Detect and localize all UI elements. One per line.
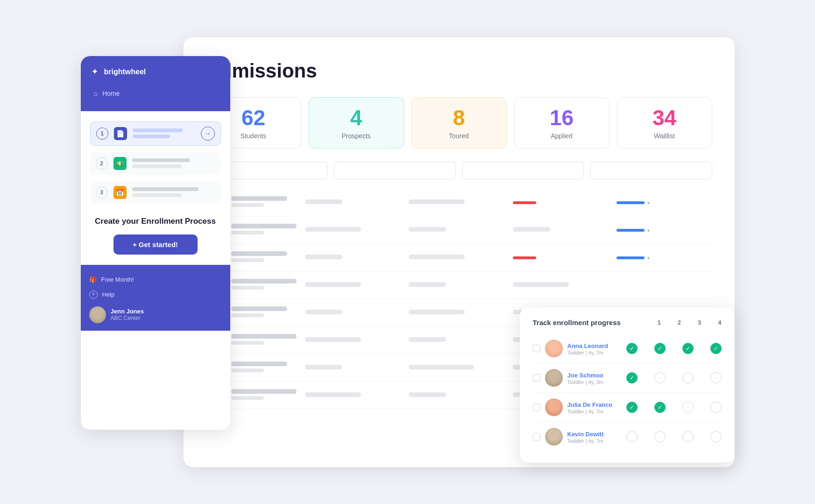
step-icon-1: 📄 xyxy=(114,127,127,140)
step-item-3[interactable]: 3 📅 xyxy=(90,181,221,204)
table-row[interactable]: ▾ xyxy=(206,245,712,271)
row-col-3 xyxy=(513,282,609,289)
student-name[interactable]: Joe Schmoo xyxy=(567,372,603,379)
stat-students-label: Students xyxy=(241,132,266,140)
row-col-2 xyxy=(409,310,504,317)
step-number-3: 3 xyxy=(96,186,108,199)
stat-cards: 62 Students 4 Prospects 8 Toured 16 Appl… xyxy=(206,97,712,149)
step-line xyxy=(133,135,170,138)
step-arrow-icon[interactable]: → xyxy=(201,127,215,141)
student-checks: ✓ ✓ ✓ ✓ xyxy=(626,343,722,354)
user-name: Jenn Jones xyxy=(111,308,144,315)
row-name xyxy=(231,251,297,264)
sidebar-top: ✦ brightwheel ⌂ Home xyxy=(81,56,230,111)
row-col-2 xyxy=(409,392,504,399)
step-line xyxy=(132,193,182,197)
student-name[interactable]: Julia De Franco xyxy=(567,401,613,408)
filter-input-3[interactable] xyxy=(462,162,584,179)
stat-card-applied[interactable]: 16 Applied xyxy=(514,97,609,149)
get-started-button[interactable]: + Get started! xyxy=(113,234,198,255)
progress-title: Track enrollment progress xyxy=(533,319,658,327)
stat-prospects-label: Prospects xyxy=(341,132,370,140)
row-col-1 xyxy=(305,337,401,344)
student-info: Joe Schmoo Toddler | 4y, 3m xyxy=(567,371,622,385)
student-name[interactable]: Anna Leonard xyxy=(567,342,608,349)
row-col-1 xyxy=(305,282,401,289)
step-number-2: 2 xyxy=(96,157,108,170)
student-checkbox[interactable] xyxy=(533,404,540,411)
row-col-2 xyxy=(409,199,504,206)
sidebar-item-free-month[interactable]: 🎁 Free Month! xyxy=(89,272,222,287)
home-label: Home xyxy=(102,90,120,97)
table-row[interactable] xyxy=(206,272,712,299)
stat-card-waitlist[interactable]: 34 Waitlist xyxy=(617,97,712,149)
chevron-icon: ▾ xyxy=(647,228,650,233)
row-col-1 xyxy=(305,199,401,206)
step-lines-2 xyxy=(132,158,215,168)
student-checkbox[interactable] xyxy=(533,374,540,382)
stat-prospects-value: 4 xyxy=(350,106,362,130)
stat-card-toured[interactable]: 8 Toured xyxy=(411,97,507,149)
progress-row-joe[interactable]: Joe Schmoo Toddler | 4y, 3m ✓ xyxy=(533,363,722,393)
step-icon-3: 📅 xyxy=(113,186,127,199)
row-col-4: ▾ xyxy=(617,228,712,233)
row-name xyxy=(231,306,297,319)
student-checks: ✓ ✓ xyxy=(626,402,722,413)
student-avatar xyxy=(545,369,563,387)
step-item-1[interactable]: 1 📄 → xyxy=(90,121,221,146)
check-1: ✓ xyxy=(626,372,638,383)
sidebar-item-home[interactable]: ⌂ Home xyxy=(89,86,222,101)
row-col-2 xyxy=(409,227,504,234)
check-3 xyxy=(682,402,694,413)
student-checkbox[interactable] xyxy=(533,433,540,440)
row-col-1 xyxy=(305,255,401,262)
row-name xyxy=(231,389,297,402)
student-avatar xyxy=(545,340,563,357)
step-line xyxy=(133,128,183,132)
table-row[interactable]: ▾ xyxy=(206,217,712,244)
check-3 xyxy=(682,372,694,383)
filter-input-2[interactable] xyxy=(334,162,456,179)
student-checks: ✓ xyxy=(626,372,722,383)
stat-toured-label: Toured xyxy=(449,132,469,140)
check-4 xyxy=(710,402,722,413)
sidebar-user: Jenn Jones ABC Center xyxy=(89,303,222,323)
check-2 xyxy=(654,431,666,442)
row-col-2 xyxy=(409,282,504,289)
progress-header: Track enrollment progress 1 2 3 4 xyxy=(533,319,722,327)
step-item-2[interactable]: 2 💵 xyxy=(90,152,221,175)
check-4: ✓ xyxy=(710,343,722,354)
free-month-label: Free Month! xyxy=(101,276,134,283)
stat-applied-label: Applied xyxy=(551,132,573,140)
progress-row-anna[interactable]: Anna Leonard Toddler | 4y, 7m ✓ ✓ ✓ ✓ xyxy=(533,334,722,363)
row-name xyxy=(231,224,297,237)
table-row[interactable]: ▾ xyxy=(206,190,712,216)
progress-row-kevin[interactable]: Kevin Dewitt Toddler | 4y, 7m xyxy=(533,422,722,451)
student-avatar xyxy=(545,428,563,446)
filter-input-4[interactable] xyxy=(590,162,712,179)
sidebar-item-help[interactable]: ? Help xyxy=(89,287,222,303)
help-icon: ? xyxy=(89,291,98,299)
row-col-3 xyxy=(513,227,609,234)
stat-students-value: 62 xyxy=(241,106,265,130)
row-col-2 xyxy=(409,255,504,262)
stat-waitlist-value: 34 xyxy=(652,106,676,130)
progress-steps: 1 2 3 4 xyxy=(658,319,722,326)
student-avatar xyxy=(545,398,563,416)
step-label-3: 3 xyxy=(698,319,701,326)
row-col-4: ▾ xyxy=(617,200,712,206)
step-label-1: 1 xyxy=(658,319,661,326)
row-col-2 xyxy=(409,337,504,344)
sidebar-brand: ✦ brightwheel xyxy=(89,66,222,78)
student-name[interactable]: Kevin Dewitt xyxy=(567,431,604,438)
sidebar-panel: ✦ brightwheel ⌂ Home 1 📄 → xyxy=(81,56,230,430)
chevron-icon: ▾ xyxy=(647,256,650,261)
check-4 xyxy=(710,431,722,442)
progress-row-julia[interactable]: Julia De Franco Toddler | 4y, 7m ✓ ✓ xyxy=(533,393,722,422)
brightwheel-logo-icon: ✦ xyxy=(89,66,100,78)
stat-card-prospects[interactable]: 4 Prospects xyxy=(309,97,404,149)
student-checkbox[interactable] xyxy=(533,345,540,352)
chevron-icon: ▾ xyxy=(647,200,650,206)
step-lines-3 xyxy=(132,187,215,197)
user-avatar xyxy=(89,306,106,323)
